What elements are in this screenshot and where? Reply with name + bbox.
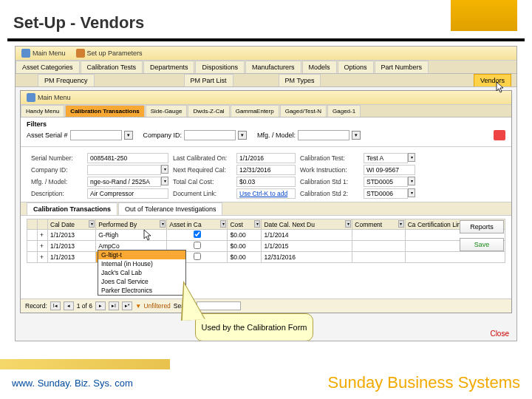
filter-company-input[interactable] (184, 130, 236, 140)
lastcal-field[interactable]: 1/1/2016 (236, 153, 296, 163)
tab-part-numbers[interactable]: Part Numbers (375, 61, 429, 73)
doclink-label: Document Link: (173, 190, 232, 197)
desc-label: Description: (31, 190, 83, 197)
tab-manufacturers[interactable]: Manufacturers (245, 61, 301, 73)
sub-tab-strip: Handy Menu Calibration Transactions Side… (21, 105, 511, 117)
tab-out-of-tolerance[interactable]: Out of Tolerance Investigations (118, 202, 222, 215)
sub-tab-calibration-transactions[interactable]: Calibration Transactions (65, 105, 144, 117)
home-icon (21, 49, 30, 58)
mfg-field[interactable]: nge-so-Rand / 2525A (87, 177, 161, 187)
sub-ribbon: Main Menu (21, 91, 511, 105)
std1-field[interactable]: STD0005 (364, 177, 408, 187)
tab-dispositions[interactable]: Dispositions (195, 61, 245, 73)
doclink-field[interactable]: Use Ctrl-K to add (236, 188, 296, 199)
checkbox[interactable] (194, 242, 201, 249)
caltest-label: Calibration Test: (300, 154, 359, 162)
sub-tab-6[interactable]: Gaged-1 (327, 105, 361, 117)
setup-params-label: Set up Parameters (87, 50, 143, 57)
close-button[interactable]: Close (490, 330, 509, 338)
totalcost-field: $0.03 (236, 177, 296, 187)
dropdown-icon[interactable]: ▾ (408, 188, 415, 197)
tab-calib-transactions[interactable]: Calibration Transactions (27, 202, 117, 215)
record-label: Record: (25, 302, 47, 310)
totalcost-label: Total Cal Cost: (173, 178, 232, 185)
sub-tab-2[interactable]: Side-Gauge (146, 105, 188, 117)
nav-first-button[interactable]: I◂ (50, 301, 61, 310)
workinst-label: Work Instruction: (300, 166, 359, 174)
dropdown-icon[interactable]: ▾ (161, 165, 168, 174)
callout-annotation: Used by the Calibration Form (195, 313, 313, 341)
tab-options[interactable]: Options (338, 61, 374, 73)
dropdown-option[interactable]: G-ltigt-t (98, 250, 185, 259)
dropdown-option[interactable]: Parker Electronics (98, 286, 185, 295)
tab-pm-frequency[interactable]: PM Frequency (38, 74, 95, 86)
tab-departments[interactable]: Departments (143, 61, 195, 73)
serial-label: Serial Number: (31, 154, 83, 162)
clear-filters-icon[interactable] (494, 130, 505, 140)
sub-main-menu-button[interactable]: Main Menu (24, 92, 74, 103)
tab-asset-categories[interactable]: Asset Categories (16, 61, 80, 73)
company-field[interactable] (87, 165, 161, 175)
filters-panel: Filters Asset Serial #▾ Company ID:▾ Mfg… (21, 117, 511, 143)
save-button[interactable]: Save (460, 238, 504, 251)
asset-form: Serial Number: 0085481-250 Last Calibrat… (21, 150, 511, 202)
dropdown-icon[interactable]: ▾ (352, 131, 361, 140)
serial-field[interactable]: 0085481-250 (87, 153, 168, 163)
sub-tab-3[interactable]: Dwds-Z-Cal (188, 105, 229, 117)
reports-button[interactable]: Reports (460, 220, 504, 233)
tab-models[interactable]: Models (302, 61, 337, 73)
std2-field[interactable]: STD0006 (364, 188, 408, 199)
ribbon-top: Main Menu Set up Parameters (16, 47, 516, 61)
filter-status[interactable]: ▼Unfiltered (135, 302, 171, 310)
sub-main-menu-label: Main Menu (38, 94, 71, 101)
filters-title: Filters (27, 120, 505, 128)
filter-serial-label: Asset Serial # (27, 132, 68, 139)
col-cost[interactable]: Cost▾ (228, 219, 262, 230)
setup-params-button[interactable]: Set up Parameters (73, 48, 146, 58)
footer-url: www. Sunday. Biz. Sys. com (12, 378, 133, 389)
grid-area: Cal Date▾ Performed By▾ Asset in Ca▾ Cos… (21, 216, 511, 266)
dropdown-option[interactable]: Jack's Cal Lab (98, 268, 185, 277)
tab-pm-part-list[interactable]: PM Part List (184, 74, 233, 86)
title-underline (7, 38, 525, 41)
sub-tab-4[interactable]: GammaEnterp (231, 105, 279, 117)
caltest-field[interactable]: Test A (364, 153, 408, 163)
footer-brand: Sunday Business Systems (328, 373, 520, 392)
company-label: Company ID: (31, 166, 83, 174)
dropdown-option[interactable]: Internal (in House) (98, 259, 185, 268)
mfg-label: Mfg. / Model: (31, 178, 83, 185)
cursor-icon (143, 229, 154, 242)
col-cal-date[interactable]: Cal Date▾ (48, 219, 96, 230)
nav-last-button[interactable]: ▸I (109, 301, 119, 310)
tab-calibration-tests[interactable]: Calibration Tests (81, 61, 143, 73)
col-asset-in-cal[interactable]: Asset in Ca▾ (167, 219, 228, 230)
nav-new-button[interactable]: ▸* (122, 301, 132, 310)
checkbox[interactable] (194, 253, 201, 260)
dropdown-icon[interactable]: ▾ (238, 131, 247, 140)
workinst-field[interactable]: WI 09-9567 (364, 165, 415, 175)
nav-prev-button[interactable]: ◂ (64, 301, 74, 310)
sub-window: Main Menu Handy Menu Calibration Transac… (20, 90, 512, 313)
dropdown-icon[interactable]: ▾ (408, 177, 415, 185)
filter-serial-input[interactable] (70, 130, 122, 140)
tab-pm-types[interactable]: PM Types (279, 74, 321, 86)
dropdown-icon[interactable]: ▾ (408, 153, 415, 162)
std2-label: Calibration Std 2: (300, 190, 359, 197)
dropdown-icon[interactable]: ▾ (124, 131, 133, 140)
col-next-due[interactable]: Date Cal. Next Du▾ (262, 219, 352, 230)
sub-tab-5[interactable]: Gaged/Test-N (280, 105, 327, 117)
checkbox[interactable] (194, 231, 201, 238)
desc-field[interactable]: Air Compressor (87, 188, 168, 199)
slide-footer: www. Sunday. Biz. Sys. com Sunday Busine… (0, 366, 532, 399)
performed-by-dropdown[interactable]: G-ltigt-t Internal (in House) Jack's Cal… (98, 250, 186, 296)
nav-next-button[interactable]: ▸ (95, 301, 106, 310)
filter-model-input[interactable] (298, 130, 349, 140)
col-comment[interactable]: Comment▾ (352, 219, 405, 230)
dropdown-icon[interactable]: ▾ (161, 177, 168, 185)
table-row[interactable]: + 1/1/2013 G-Righ $0.00 1/1/2014 (27, 230, 505, 241)
sub-tab-0[interactable]: Handy Menu (21, 105, 64, 117)
col-performed-by[interactable]: Performed By▾ (96, 219, 167, 230)
main-menu-button[interactable]: Main Menu (18, 48, 69, 58)
dropdown-option[interactable]: Joes Cal Service (98, 277, 185, 286)
nextreq-field[interactable]: 12/31/2016 (236, 165, 296, 175)
